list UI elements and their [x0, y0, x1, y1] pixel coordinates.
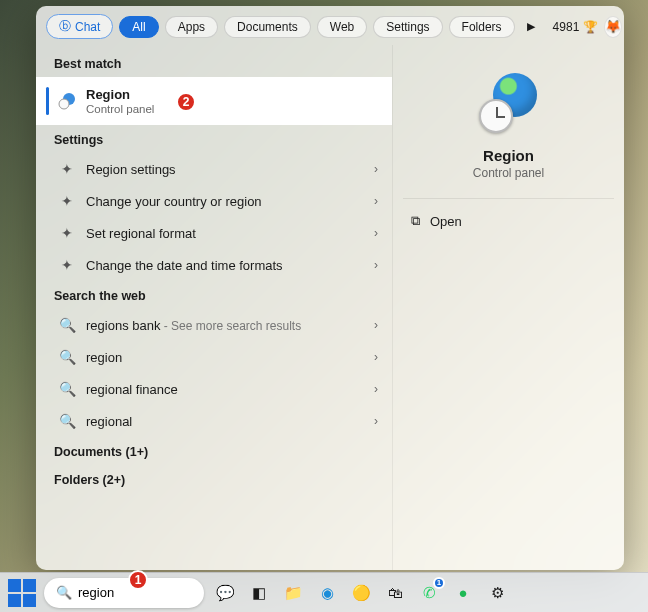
result-web-regions-bank[interactable]: 🔍 regions bank - See more search results…: [36, 309, 392, 341]
region-icon: [58, 92, 76, 110]
section-settings: Settings: [36, 125, 392, 153]
taskbar-settings-icon[interactable]: ⚙: [484, 580, 510, 606]
rewards-points[interactable]: 4981 🏆: [553, 20, 599, 34]
chevron-right-icon: ›: [374, 194, 378, 208]
taskbar: 🔍 💬 ◧ 📁 ◉ 🟡 🛍 ✆1 ● ⚙: [0, 572, 648, 612]
search-icon: 🔍: [58, 413, 76, 429]
result-label: regional: [86, 414, 364, 429]
region-large-icon: [479, 73, 539, 133]
chevron-right-icon: ›: [374, 318, 378, 332]
taskbar-chat-icon[interactable]: 💬: [212, 580, 238, 606]
taskbar-edge-icon[interactable]: ◉: [314, 580, 340, 606]
result-label: Set regional format: [86, 226, 364, 241]
preview-pane: Region Control panel ⧉ Open: [392, 45, 624, 570]
section-documents[interactable]: Documents (1+): [36, 437, 392, 465]
start-search-panel: ⓑ Chat All Apps Documents Web Settings F…: [36, 6, 624, 570]
settings-icon: ✦: [58, 257, 76, 273]
filter-chat-label: Chat: [75, 20, 100, 34]
filter-bar: ⓑ Chat All Apps Documents Web Settings F…: [36, 6, 624, 45]
search-icon: 🔍: [58, 317, 76, 333]
search-icon: 🔍: [58, 381, 76, 397]
filter-folders[interactable]: Folders: [449, 16, 515, 38]
taskbar-explorer-icon[interactable]: 📁: [280, 580, 306, 606]
search-icon: 🔍: [58, 349, 76, 365]
result-best-match-region[interactable]: Region Control panel: [36, 77, 392, 125]
filter-apps[interactable]: Apps: [165, 16, 218, 38]
taskbar-chrome-icon[interactable]: 🟡: [348, 580, 374, 606]
result-change-country[interactable]: ✦ Change your country or region ›: [36, 185, 392, 217]
result-label: Change your country or region: [86, 194, 364, 209]
filter-settings[interactable]: Settings: [373, 16, 442, 38]
filter-documents[interactable]: Documents: [224, 16, 311, 38]
search-icon: 🔍: [56, 585, 72, 600]
result-region-settings[interactable]: ✦ Region settings ›: [36, 153, 392, 185]
result-web-regional-finance[interactable]: 🔍 regional finance ›: [36, 373, 392, 405]
section-best-match: Best match: [36, 49, 392, 77]
section-folders[interactable]: Folders (2+): [36, 465, 392, 493]
settings-icon: ✦: [58, 225, 76, 241]
filter-chat[interactable]: ⓑ Chat: [46, 14, 113, 39]
result-title: Region: [86, 87, 130, 102]
result-label: Region Control panel: [86, 87, 378, 115]
chevron-right-icon: ›: [374, 258, 378, 272]
section-web: Search the web: [36, 281, 392, 309]
taskbar-spotify-icon[interactable]: ●: [450, 580, 476, 606]
taskbar-store-icon[interactable]: 🛍: [382, 580, 408, 606]
open-action[interactable]: ⧉ Open: [403, 205, 614, 237]
chevron-right-icon: ›: [374, 414, 378, 428]
trophy-icon: 🏆: [583, 20, 598, 34]
annotation-1: 1: [128, 570, 148, 590]
result-label: region: [86, 350, 364, 365]
filter-web[interactable]: Web: [317, 16, 367, 38]
annotation-2: 2: [176, 92, 196, 112]
rewards-points-value: 4981: [553, 20, 580, 34]
bing-chat-icon: ⓑ: [59, 18, 71, 35]
preview-title: Region: [483, 147, 534, 164]
chevron-right-icon: ›: [374, 226, 378, 240]
result-web-region[interactable]: 🔍 region ›: [36, 341, 392, 373]
result-label: regional finance: [86, 382, 364, 397]
preview-subtitle: Control panel: [473, 166, 544, 180]
theme-toggle-icon[interactable]: 🦊: [604, 16, 622, 38]
open-icon: ⧉: [411, 213, 420, 229]
start-button[interactable]: [8, 579, 36, 607]
result-web-regional[interactable]: 🔍 regional ›: [36, 405, 392, 437]
result-label: Change the date and time formats: [86, 258, 364, 273]
taskbar-whatsapp-icon[interactable]: ✆1: [416, 580, 442, 606]
chevron-right-icon: ›: [374, 162, 378, 176]
result-subtitle: Control panel: [86, 103, 378, 115]
svg-point-1: [59, 99, 69, 109]
open-label: Open: [430, 214, 462, 229]
results-list: Best match Region Control panel Settings…: [36, 45, 392, 570]
filter-more-button[interactable]: ▶: [521, 16, 541, 37]
settings-icon: ✦: [58, 161, 76, 177]
filter-all[interactable]: All: [119, 16, 158, 38]
taskbar-search[interactable]: 🔍: [44, 578, 204, 608]
result-label: Region settings: [86, 162, 364, 177]
result-date-time-formats[interactable]: ✦ Change the date and time formats ›: [36, 249, 392, 281]
result-regional-format[interactable]: ✦ Set regional format ›: [36, 217, 392, 249]
chevron-right-icon: ›: [374, 382, 378, 396]
chevron-right-icon: ›: [374, 350, 378, 364]
divider: [403, 198, 614, 199]
result-label: regions bank - See more search results: [86, 318, 364, 333]
taskbar-taskview-icon[interactable]: ◧: [246, 580, 272, 606]
settings-icon: ✦: [58, 193, 76, 209]
